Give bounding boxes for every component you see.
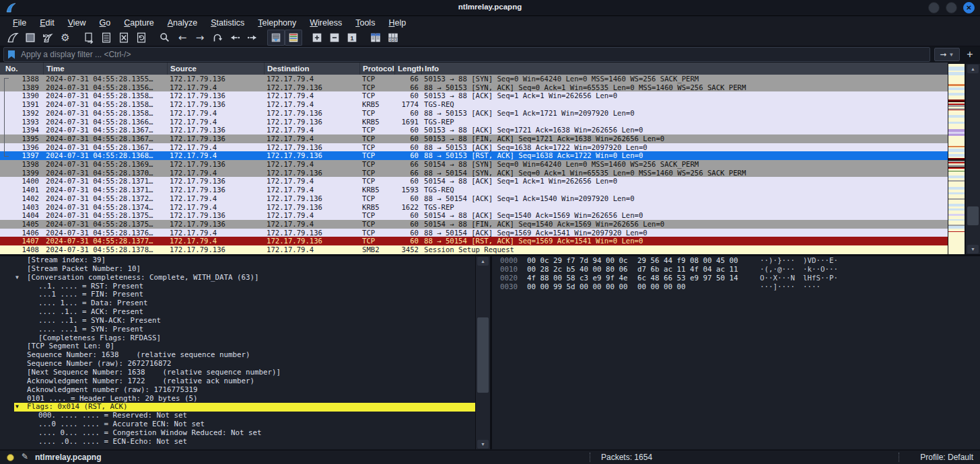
- column-header-no[interactable]: No.: [0, 63, 18, 75]
- fit-columns-button[interactable]: 123: [384, 30, 402, 46]
- detail-line[interactable]: ...0 .... .... = Accurate ECN: Not set: [0, 420, 490, 429]
- packet-row-1395[interactable]: 13952024-07-31 04:55:28.1367…172.17.79.1…: [0, 134, 948, 143]
- packet-row-1404[interactable]: 14042024-07-31 04:55:28.1375…172.17.79.1…: [0, 211, 948, 220]
- packet-row-1389[interactable]: 13892024-07-31 04:55:28.1356…172.17.79.4…: [0, 83, 948, 92]
- packet-row-1406[interactable]: 14062024-07-31 04:55:28.1376…172.17.79.4…: [0, 229, 948, 237]
- detail-line[interactable]: [Stream index: 39]: [0, 256, 490, 265]
- detail-line[interactable]: Acknowledgment Number: 1722 (relative ac…: [0, 377, 490, 386]
- menu-help[interactable]: Help: [382, 17, 412, 28]
- column-header-time[interactable]: Time: [43, 63, 65, 75]
- close-file-button[interactable]: [115, 30, 133, 46]
- scroll-up-icon[interactable]: ▲: [477, 257, 489, 266]
- hex-row-0010[interactable]: 001000 28 2c b5 40 00 80 06d7 6b ac 11 4…: [492, 265, 980, 274]
- display-filter-input[interactable]: [20, 49, 930, 60]
- column-header-source[interactable]: Source: [167, 63, 197, 75]
- go-back-button[interactable]: ←: [174, 30, 191, 46]
- zoom-in-button[interactable]: [308, 30, 326, 46]
- packet-row-1405[interactable]: 14052024-07-31 04:55:28.1375…172.17.79.1…: [0, 220, 948, 229]
- maximize-button[interactable]: [946, 2, 957, 13]
- detail-line[interactable]: Acknowledgment number (raw): 1716775319: [0, 386, 490, 395]
- packet-row-1401[interactable]: 14012024-07-31 04:55:28.1371…172.17.79.1…: [0, 186, 948, 194]
- go-to-packet-button[interactable]: [209, 30, 226, 46]
- close-button[interactable]: ✕: [963, 2, 975, 13]
- zoom-100-button[interactable]: 1: [343, 30, 361, 46]
- packet-row-1399[interactable]: 13992024-07-31 04:55:28.1370…172.17.79.4…: [0, 169, 948, 178]
- zoom-out-button[interactable]: [326, 30, 343, 46]
- status-profile[interactable]: Profile: Default: [920, 453, 973, 462]
- column-header-length[interactable]: Length: [394, 63, 423, 75]
- resize-columns-button[interactable]: [367, 30, 384, 46]
- menu-wireless[interactable]: Wireless: [304, 17, 348, 28]
- packet-row-1400[interactable]: 14002024-07-31 04:55:28.1371…172.17.79.1…: [0, 177, 948, 186]
- packet-list-minimap[interactable]: [948, 64, 965, 254]
- detail-line[interactable]: .... ..1. = SYN-ACK: Present: [0, 317, 490, 325]
- scrollbar-thumb[interactable]: [477, 317, 489, 393]
- packet-row-1398[interactable]: 13982024-07-31 04:55:28.1369…172.17.79.1…: [0, 160, 948, 169]
- packet-row-1390[interactable]: 13902024-07-31 04:55:28.1358…172.17.79.1…: [0, 91, 948, 100]
- scroll-down-icon[interactable]: ▼: [477, 440, 489, 449]
- hex-row-0030[interactable]: 003000 00 99 5d 00 00 00 0000 00 00 00··…: [492, 282, 980, 291]
- column-header-destination[interactable]: Destination: [264, 63, 310, 75]
- menu-tools[interactable]: Tools: [349, 17, 381, 28]
- menu-capture[interactable]: Capture: [118, 17, 160, 28]
- packet-row-1403[interactable]: 14032024-07-31 04:55:28.1374…172.17.79.4…: [0, 203, 948, 212]
- packet-row-1388[interactable]: 13882024-07-31 04:55:28.1355…172.17.79.1…: [0, 75, 948, 83]
- detail-line[interactable]: .... 0... .... = Congestion Window Reduc…: [0, 429, 490, 438]
- packet-row-1408[interactable]: 14082024-07-31 04:55:28.1378…172.17.79.1…: [0, 245, 948, 254]
- detail-line[interactable]: .... ...1 = SYN: Present: [0, 325, 490, 334]
- packet-row-1393[interactable]: 13932024-07-31 04:55:28.1366…172.17.79.4…: [0, 118, 948, 126]
- menu-statistics[interactable]: Statistics: [205, 17, 250, 28]
- detail-line[interactable]: .... .0.. .... = ECN-Echo: Not set: [0, 438, 490, 447]
- packet-list-scrollbar[interactable]: ▲ ▼: [965, 64, 980, 254]
- menu-analyze[interactable]: Analyze: [162, 17, 203, 28]
- menu-go[interactable]: Go: [94, 17, 117, 28]
- expander-icon[interactable]: ▼: [15, 403, 19, 412]
- restart-capture-button[interactable]: [39, 30, 57, 46]
- capture-comment-icon[interactable]: ✎: [22, 452, 28, 461]
- reload-file-button[interactable]: [133, 30, 150, 46]
- hex-row-0000[interactable]: 000000 0c 29 f7 7d 94 00 0c29 56 44 f9 0…: [492, 256, 980, 265]
- go-last-packet-button[interactable]: [244, 30, 261, 46]
- start-capture-button[interactable]: [4, 30, 22, 46]
- details-scrollbar[interactable]: ▲ ▼: [475, 256, 490, 449]
- go-first-packet-button[interactable]: [226, 30, 244, 46]
- scrollbar-thumb[interactable]: [967, 206, 979, 225]
- packet-row-1394[interactable]: 13942024-07-31 04:55:28.1367…172.17.79.1…: [0, 126, 948, 134]
- detail-line[interactable]: .... .1.. = ACK: Present: [0, 308, 490, 317]
- column-header-protocol[interactable]: Protocol: [359, 63, 394, 75]
- stop-capture-button[interactable]: [22, 30, 39, 46]
- colorize-button[interactable]: [285, 30, 302, 46]
- packet-row-1392[interactable]: 13922024-07-31 04:55:28.1358…172.17.79.4…: [0, 109, 948, 118]
- packet-row-1397[interactable]: 13972024-07-31 04:55:28.1368…172.17.79.4…: [0, 151, 948, 160]
- go-forward-button[interactable]: →: [191, 30, 209, 46]
- menu-view[interactable]: View: [62, 17, 92, 28]
- expert-info-icon[interactable]: [7, 454, 14, 461]
- expander-icon[interactable]: ▼: [15, 274, 19, 282]
- packet-row-1407[interactable]: 14072024-07-31 04:55:28.1377…172.17.79.4…: [0, 237, 948, 245]
- packet-row-1402[interactable]: 14022024-07-31 04:55:28.1372…172.17.79.4…: [0, 194, 948, 203]
- scroll-up-icon[interactable]: ▲: [967, 65, 979, 73]
- menu-edit[interactable]: Edit: [34, 17, 61, 28]
- menu-file[interactable]: File: [7, 17, 32, 28]
- save-file-button[interactable]: [98, 30, 115, 46]
- column-header-info[interactable]: Info: [421, 63, 439, 75]
- add-filter-button[interactable]: +: [963, 48, 977, 61]
- detail-line[interactable]: ▼[Conversation completeness: Complete, W…: [0, 274, 490, 282]
- packet-row-1391[interactable]: 13912024-07-31 04:55:28.1358…172.17.79.1…: [0, 100, 948, 109]
- autoscroll-button[interactable]: [267, 30, 285, 46]
- menu-telephony[interactable]: Telephony: [252, 17, 302, 28]
- detail-line[interactable]: [Next Sequence Number: 1638 (relative se…: [0, 369, 490, 377]
- hex-row-0020[interactable]: 00204f 88 00 58 c3 e9 9f 4e6c 48 66 53 e…: [492, 274, 980, 282]
- detail-line[interactable]: [Stream Packet Number: 10]: [0, 265, 490, 274]
- packet-row-1396[interactable]: 13962024-07-31 04:55:28.1367…172.17.79.4…: [0, 143, 948, 152]
- filter-bookmark-icon[interactable]: [8, 50, 15, 59]
- open-file-button[interactable]: [80, 30, 98, 46]
- resize-columns-icon: [370, 32, 382, 44]
- capture-options-button[interactable]: ⚙: [57, 30, 74, 46]
- cell-time: 2024-07-31 04:55:28.1372…: [46, 194, 153, 203]
- cell-len: 60: [377, 220, 419, 229]
- scroll-down-icon[interactable]: ▼: [967, 245, 979, 254]
- apply-filter-button[interactable]: ➞▼: [934, 48, 960, 61]
- minimize-button[interactable]: [928, 2, 940, 13]
- find-packet-button[interactable]: [156, 30, 174, 46]
